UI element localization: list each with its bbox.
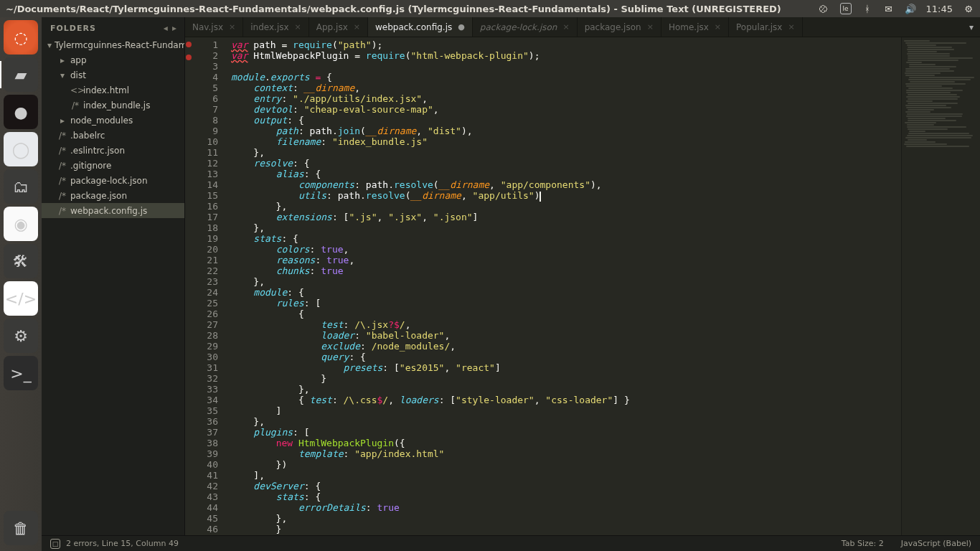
error-dot-icon [186,42,192,47]
tab-close-icon[interactable] [715,22,721,32]
tree-item[interactable]: /*index_bundle.js [42,98,184,113]
tab[interactable]: package-lock.json [473,17,578,37]
folder-icon: ▾ [47,40,52,50]
launcher-ubuntu-dash[interactable]: ◌ [4,20,38,55]
window-title: ~/Documents/React/Tylermcguinnes-React-F… [6,4,819,14]
tree-item[interactable]: /*.eslintrc.json [42,143,184,158]
tree-item[interactable]: /*webpack.config.js [42,203,184,218]
launcher-sublime-text[interactable]: ▰ [4,57,38,92]
launcher-files[interactable]: 🗂 [4,169,38,204]
tree-item-label: app [70,55,87,65]
tab[interactable]: webpack.config.js [368,17,473,37]
tree-item[interactable]: ▸app [42,52,184,67]
tree-item[interactable]: <>index.html [42,83,184,98]
error-indicator-icon[interactable]: □ [50,539,60,549]
power-icon[interactable]: ⚙ [963,3,974,14]
tree-item-label: index_bundle.js [83,100,150,110]
tree-item-label: index.html [83,85,129,95]
tab-overflow-icon[interactable]: ▾ [963,17,980,37]
file-icon: /* [57,191,67,201]
file-icon: /* [70,100,80,110]
gutter-line-numbers: 1234567891011121314151617181920212223242… [192,37,227,535]
tree-item-label: .eslintrc.json [70,146,125,156]
tree-item[interactable]: ▾Tylermcguinnes-React-Fundamentals [42,37,184,52]
tab-close-icon[interactable] [229,22,235,32]
folder-tree: ▾Tylermcguinnes-React-Fundamentals▸app▾d… [42,36,184,220]
launcher-chrome[interactable]: ◉ [4,207,38,241]
tree-item[interactable]: /*package.json [42,188,184,203]
launcher-terminal[interactable]: >_ [4,356,38,390]
launcher-code-editor[interactable]: </> [4,281,38,316]
tab[interactable]: Popular.jsx [729,17,803,37]
tab-close-icon[interactable] [647,22,654,32]
tab-close-icon[interactable] [295,22,301,32]
tree-item-label: package-lock.json [70,176,148,186]
tab-bar: Nav.jsxindex.jsxApp.jsxwebpack.config.js… [185,17,980,37]
file-icon: /* [57,131,67,141]
tree-item[interactable]: ▾dist [42,67,184,83]
tab-label: index.jsx [250,22,288,32]
gutter-error-marks [185,37,192,535]
tree-item-label: .babelrc [70,131,105,141]
tree-item[interactable]: /*.babelrc [42,128,184,143]
tree-item-label: Tylermcguinnes-React-Fundamentals [55,40,184,50]
launcher-trash[interactable]: 🗑 [4,511,38,545]
status-cursor-info: 2 errors, Line 15, Column 49 [66,539,179,548]
tree-item-label: dist [70,70,86,80]
sublime-editor: FOLDERS ◂ ▸ ▾Tylermcguinnes-React-Fundam… [42,17,980,551]
tab-close-icon[interactable] [354,22,360,32]
tab-label: Nav.jsx [192,22,223,32]
tree-item[interactable]: /*package-lock.json [42,173,184,188]
folder-icon: ▸ [57,55,67,65]
tree-item-label: webpack.config.js [70,206,147,216]
launcher-system[interactable]: ⚙ [4,319,38,353]
tab[interactable]: Nav.jsx [185,17,243,37]
tab-close-icon[interactable] [788,22,794,32]
error-dot-icon [186,55,192,60]
tab-label: package-lock.json [480,22,557,32]
status-tabsize[interactable]: Tab Size: 2 [842,539,884,548]
launcher-chromium[interactable]: ◯ [4,132,38,166]
system-menubar: ~/Documents/React/Tylermcguinnes-React-F… [0,0,980,17]
tab-label: webpack.config.js [375,22,452,32]
unity-launcher: ◌▰●◯🗂◉🛠</>⚙>_🗑 [0,17,42,551]
tree-item[interactable]: ▸node_modules [42,113,184,128]
network-icon[interactable]: ⛒ [819,3,830,14]
tab-label: App.jsx [316,22,348,32]
launcher-spotify[interactable]: ● [4,95,38,129]
volume-icon[interactable]: 🔊 [905,3,916,14]
file-icon: /* [57,176,67,186]
code-content[interactable]: var path = require("path");var HtmlWebpa… [227,37,901,535]
folder-icon: ▸ [57,116,67,126]
system-tray: ⛒ le ᚼ ✉ 🔊 11:45 ⚙ [819,3,974,14]
status-syntax[interactable]: JavaScript (Babel) [901,539,971,548]
file-icon: <> [70,85,80,95]
tree-item-label: .gitignore [70,161,111,171]
editor-main: Nav.jsxindex.jsxApp.jsxwebpack.config.js… [185,17,980,535]
status-bar: □ 2 errors, Line 15, Column 49 Tab Size:… [42,535,980,551]
text-cursor [540,192,541,202]
tab-label: Home.jsx [669,22,709,32]
tab[interactable]: index.jsx [243,17,309,37]
language-indicator[interactable]: le [840,3,852,14]
sidebar-header: FOLDERS ◂ ▸ [42,17,184,36]
tree-item[interactable]: /*.gitignore [42,158,184,173]
bluetooth-icon[interactable]: ᚼ [862,3,873,14]
tab[interactable]: package.json [578,17,661,37]
sidebar: FOLDERS ◂ ▸ ▾Tylermcguinnes-React-Fundam… [42,17,185,535]
file-icon: /* [57,146,67,156]
file-icon: /* [57,206,67,216]
tab-close-icon[interactable] [458,22,465,32]
code-area[interactable]: 1234567891011121314151617181920212223242… [185,37,980,535]
tree-item-label: package.json [70,191,127,201]
sidebar-nav-arrows[interactable]: ◂ ▸ [164,23,177,33]
tab[interactable]: Home.jsx [661,17,729,37]
clock[interactable]: 11:45 [926,4,953,14]
tab[interactable]: App.jsx [309,17,368,37]
minimap[interactable] [901,37,980,535]
folder-icon: ▾ [57,70,67,80]
launcher-settings[interactable]: 🛠 [4,244,38,278]
mail-icon[interactable]: ✉ [883,3,895,14]
tab-close-icon[interactable] [562,22,569,32]
sidebar-header-label: FOLDERS [50,24,96,33]
